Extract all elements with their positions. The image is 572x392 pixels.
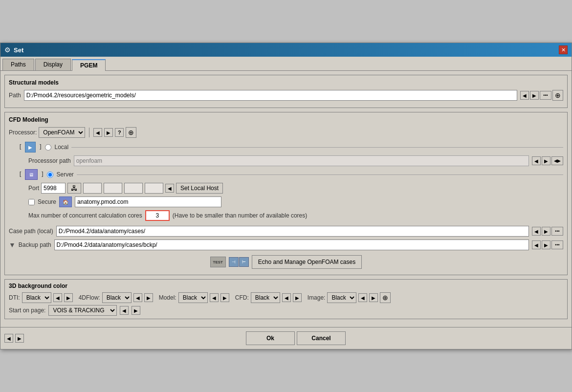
backup-path-input[interactable] <box>54 240 529 250</box>
cfd-color-dropdown[interactable]: Black <box>251 292 280 303</box>
tab-paths[interactable]: Paths <box>2 59 34 70</box>
4dflow-prev-btn[interactable]: ◀ <box>133 293 142 302</box>
ip4-input[interactable] <box>145 183 163 194</box>
secure-checkbox[interactable] <box>28 199 35 205</box>
local-radio[interactable] <box>45 144 51 151</box>
port-icon-btn[interactable]: 🖧 <box>67 183 81 194</box>
processor-next-btn[interactable]: ▶ <box>104 128 113 137</box>
bracket-right2: ] <box>41 171 44 178</box>
path-nav: ◀ ▶ ••• ⊕ <box>520 90 563 101</box>
ip1-input[interactable] <box>83 183 102 194</box>
case-prev-btn[interactable]: ◀ <box>532 227 541 236</box>
close-button[interactable]: ✕ <box>559 45 568 54</box>
case-path-input[interactable] <box>56 226 529 237</box>
path-gear-btn[interactable]: ⊕ <box>552 90 563 101</box>
port-input[interactable] <box>41 183 66 194</box>
port-label: Port <box>28 185 39 192</box>
ok-button[interactable]: Ok <box>246 331 295 345</box>
manage-row: TEST ⊣ ⊢ Echo and Manage OpenFOAM cases <box>9 255 563 269</box>
case-next-btn[interactable]: ▶ <box>542 227 550 236</box>
footer-nav-left: ◀ ▶ <box>4 334 24 343</box>
bg-item-cfd: CFD: Black ◀ ▶ <box>235 292 302 303</box>
cfd-modeling-section: CFD Modeling Processor: OpenFOAM ◀ ▶ ? ⊕… <box>4 112 568 275</box>
dti-label: DTI: <box>9 294 20 301</box>
case-path-label: Case path (local) <box>9 228 53 235</box>
dti-color-dropdown[interactable]: Black <box>22 292 51 303</box>
host-icon: 🏠 <box>59 196 72 207</box>
dti-next-btn[interactable]: ▶ <box>64 293 73 302</box>
secure-host-row: Secure 🏠 <box>28 196 563 207</box>
start-prev-btn[interactable]: ◀ <box>120 306 129 315</box>
manage-icon-left: ⊣ <box>229 257 239 267</box>
backup-more-btn[interactable]: ••• <box>551 240 563 249</box>
image-color-dropdown[interactable]: Black <box>327 292 356 303</box>
path-more-btn[interactable]: ••• <box>540 91 551 100</box>
cfd-prev-btn[interactable]: ◀ <box>282 293 291 302</box>
image-prev-btn[interactable]: ◀ <box>358 293 367 302</box>
manage-icons: ⊣ ⊢ <box>229 257 249 267</box>
divider <box>89 128 89 137</box>
model-label: Model: <box>159 294 176 301</box>
proc-path-next-btn[interactable]: ▶ <box>542 156 550 165</box>
cores-input[interactable] <box>145 210 170 221</box>
case-more-btn[interactable]: ••• <box>551 227 563 236</box>
cfd-modeling-title: CFD Modeling <box>9 116 563 123</box>
backup-next-btn[interactable]: ▶ <box>542 240 550 249</box>
processor-dropdown[interactable]: OpenFOAM <box>39 127 85 138</box>
start-page-dropdown[interactable]: VOIS & TRACKING <box>48 305 117 316</box>
bg-color-section: 3D background color DTI: Black ◀ ▶ 4DFlo… <box>4 279 568 319</box>
server-label: Server <box>56 171 73 178</box>
server-radio[interactable] <box>47 172 53 178</box>
path-prev-btn[interactable]: ◀ <box>520 91 529 100</box>
model-next-btn[interactable]: ▶ <box>220 293 229 302</box>
secure-label: Secure <box>38 198 56 205</box>
footer-buttons: Ok Cancel <box>24 331 568 345</box>
footer-next-btn[interactable]: ▶ <box>15 334 24 343</box>
4dflow-next-btn[interactable]: ▶ <box>144 293 153 302</box>
dti-prev-btn[interactable]: ◀ <box>53 293 62 302</box>
ip2-input[interactable] <box>104 183 122 194</box>
backup-path-label: Backup path <box>19 241 51 248</box>
path-input[interactable] <box>24 90 517 101</box>
app-icon: ⚙ <box>4 46 11 54</box>
image-next-btn[interactable]: ▶ <box>369 293 378 302</box>
image-gear-btn[interactable]: ⊕ <box>380 292 391 303</box>
processor-prev-btn[interactable]: ◀ <box>93 128 102 137</box>
tabs-bar: Paths Display PGEM <box>0 57 572 71</box>
cores-label: Max number of concurrent calculation cor… <box>28 212 142 219</box>
backup-path-nav: ◀ ▶ ••• <box>532 240 563 249</box>
proc-path-prev-btn[interactable]: ◀ <box>532 156 541 165</box>
start-page-label: Start on page: <box>9 307 45 314</box>
footer-prev-btn[interactable]: ◀ <box>4 334 13 343</box>
bg-item-image: Image: Black ◀ ▶ ⊕ <box>308 292 391 303</box>
manage-btn[interactable]: Echo and Manage OpenFOAM cases <box>252 255 362 269</box>
model-prev-btn[interactable]: ◀ <box>210 293 219 302</box>
cores-hint: (Have to be smaller than number of avail… <box>173 212 307 219</box>
structural-models-title: Structural models <box>9 79 563 86</box>
ip-prev-btn[interactable]: ◀ <box>165 184 174 193</box>
processor-path-input[interactable] <box>74 155 529 166</box>
model-color-dropdown[interactable]: Black <box>178 292 208 303</box>
cfd-label: CFD: <box>235 294 249 301</box>
proc-path-more-btn[interactable]: ◀▶ <box>551 156 563 165</box>
set-local-host-btn[interactable]: Set Local Host <box>176 183 223 194</box>
start-next-btn[interactable]: ▶ <box>132 306 140 315</box>
path-label: Path <box>9 92 21 99</box>
processor-help-btn[interactable]: ? <box>115 128 124 137</box>
ip3-input[interactable] <box>124 183 143 194</box>
tab-pgem[interactable]: PGEM <box>72 59 106 71</box>
main-window: ⚙ Set ✕ Paths Display PGEM Structural mo… <box>0 43 572 349</box>
processor-label: Processor: <box>9 129 37 136</box>
backup-prev-btn[interactable]: ◀ <box>532 240 541 249</box>
cfd-next-btn[interactable]: ▶ <box>293 293 302 302</box>
cancel-button[interactable]: Cancel <box>297 331 346 345</box>
path-next-btn[interactable]: ▶ <box>530 91 539 100</box>
4dflow-color-dropdown[interactable]: Black <box>102 292 132 303</box>
server-radio-row: [ 🖥 ] Server <box>19 169 563 180</box>
bg-item-4dflow: 4DFlow: Black ◀ ▶ <box>79 292 153 303</box>
tab-display[interactable]: Display <box>35 59 71 70</box>
backup-arrow: ▼ <box>9 241 16 249</box>
server-host-input[interactable] <box>75 196 221 207</box>
run-icon: ▶ <box>25 142 36 152</box>
processor-gear-btn[interactable]: ⊕ <box>126 127 136 138</box>
